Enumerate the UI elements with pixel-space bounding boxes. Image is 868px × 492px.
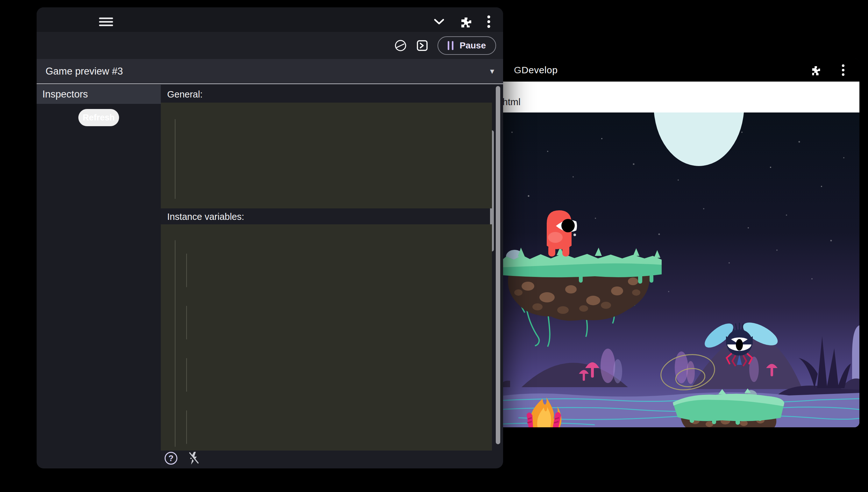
extensions-puzzle-icon[interactable] [460,16,472,28]
game-window-titlebar: GDevelop [499,58,860,81]
menu-kebab-icon[interactable] [487,15,490,28]
sidebar-header: Inspectors [36,85,161,104]
hamburger-menu-icon[interactable] [99,18,113,26]
url-text: html [502,97,521,107]
window-chrome [36,7,503,32]
inspectors-sidebar: Inspectors Refresh [36,85,161,467]
instance-variables-json-panel [161,224,492,450]
general-json-panel [161,103,492,208]
dropdown-caret-icon: ▾ [490,66,494,76]
main-scrollbar[interactable] [496,86,500,444]
debugger-toolbar: Pause [36,32,503,59]
flash-off-icon[interactable] [187,451,200,465]
browser-menu-kebab-icon[interactable] [842,64,845,76]
preview-title: Game preview #3 [46,66,123,77]
game-canvas[interactable] [499,113,860,427]
refresh-button[interactable]: Refresh [78,109,119,126]
general-section-title: General: [167,89,203,100]
instance-variables-section-title: Instance variables: [167,212,244,222]
preview-selector[interactable]: Game preview #3 ▾ [36,59,503,84]
close-window-button[interactable] [50,18,57,25]
minimize-window-button[interactable] [63,18,70,25]
pause-icon [448,41,453,50]
game-window-title: GDevelop [499,65,557,75]
maximize-window-button[interactable] [77,18,84,25]
help-icon[interactable]: ? [165,452,177,465]
pause-button[interactable]: Pause [438,36,496,55]
inspector-detail: General: Instance variables: [161,85,503,468]
console-icon[interactable] [416,39,428,52]
game-preview-window: GDevelop html [499,58,860,427]
performance-gauge-icon[interactable] [394,39,407,52]
chevron-down-icon[interactable] [434,18,445,25]
extensions-puzzle-icon[interactable] [810,64,822,76]
debugger-window: Pause Game preview #3 ▾ Inspectors Refre… [36,7,503,468]
debugger-footer: ? [165,448,200,468]
url-bar[interactable]: html [499,81,860,113]
